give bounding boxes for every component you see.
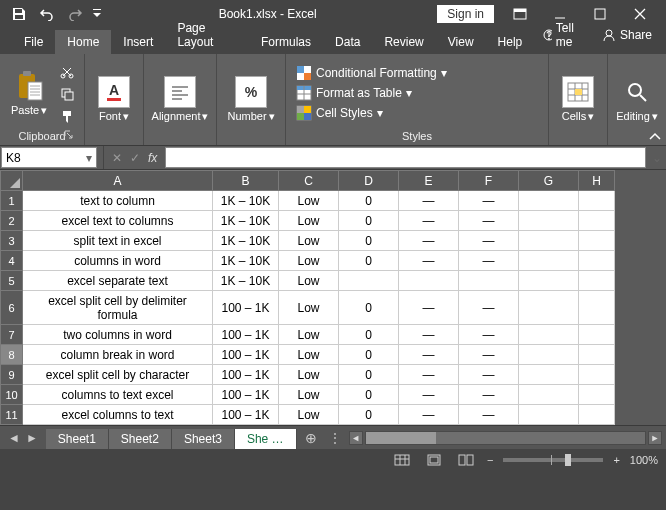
page-layout-view-button[interactable] [423,451,445,469]
cell[interactable]: 100 – 1K [213,325,279,345]
cell[interactable] [579,211,615,231]
cell[interactable]: — [399,385,459,405]
cell[interactable]: — [399,405,459,425]
copy-button[interactable] [56,84,78,104]
sheet-tab-active[interactable]: She … [235,429,297,449]
cell[interactable]: Low [279,345,339,365]
formula-bar[interactable] [165,147,646,168]
cell[interactable] [519,385,579,405]
horizontal-scrollbar[interactable]: ◄ ► [345,431,666,445]
tab-help[interactable]: Help [486,30,535,54]
redo-button[interactable] [62,2,88,26]
cell[interactable] [519,271,579,291]
chevron-down-icon[interactable]: ▾ [86,151,92,165]
cell[interactable] [399,271,459,291]
conditional-formatting-button[interactable]: Conditional Formatting▾ [292,64,451,82]
cell[interactable]: — [459,325,519,345]
tab-page-layout[interactable]: Page Layout [165,16,249,54]
editing-button[interactable]: Editing▾ [614,74,660,125]
row-header[interactable]: 8 [1,345,23,365]
sheet-nav-next-button[interactable]: ► [26,431,38,445]
cell[interactable]: columns in word [23,251,213,271]
tab-home[interactable]: Home [55,30,111,54]
cell[interactable]: — [459,251,519,271]
cell[interactable]: 0 [339,325,399,345]
cell[interactable]: 1K – 10K [213,211,279,231]
page-break-view-button[interactable] [455,451,477,469]
cell[interactable] [519,345,579,365]
row-header[interactable]: 2 [1,211,23,231]
row-header[interactable]: 6 [1,291,23,325]
cell[interactable]: 100 – 1K [213,405,279,425]
column-header[interactable]: E [399,171,459,191]
cell[interactable]: 0 [339,231,399,251]
cell[interactable] [579,191,615,211]
cell[interactable]: — [459,291,519,325]
name-box[interactable]: K8▾ [1,147,97,168]
collapse-ribbon-button[interactable] [648,131,662,143]
cell[interactable]: excel split cell by character [23,365,213,385]
cell[interactable] [519,291,579,325]
cell[interactable]: — [459,191,519,211]
cell[interactable] [519,191,579,211]
row-header[interactable]: 9 [1,365,23,385]
cell[interactable]: 0 [339,345,399,365]
cell[interactable]: excel separate text [23,271,213,291]
cell[interactable]: Low [279,191,339,211]
worksheet-grid[interactable]: A B C D E F G H 1 text to column 1K – 10… [0,170,666,425]
zoom-slider-handle[interactable] [565,454,571,466]
cell[interactable]: Low [279,231,339,251]
sign-in-button[interactable]: Sign in [437,5,494,23]
cell[interactable] [519,251,579,271]
cell[interactable]: Low [279,405,339,425]
share-button[interactable]: Share [594,23,660,47]
cell[interactable]: — [459,385,519,405]
cell[interactable]: Low [279,325,339,345]
row-header[interactable]: 1 [1,191,23,211]
column-header[interactable]: C [279,171,339,191]
alignment-button[interactable]: Alignment▾ [150,74,210,125]
row-header[interactable]: 11 [1,405,23,425]
cell[interactable] [519,211,579,231]
cell[interactable] [519,405,579,425]
cell[interactable]: — [459,211,519,231]
sheet-tab[interactable]: Sheet3 [172,429,235,449]
tab-view[interactable]: View [436,30,486,54]
column-header[interactable]: F [459,171,519,191]
column-header[interactable]: D [339,171,399,191]
cell[interactable]: Low [279,291,339,325]
cell[interactable]: 0 [339,191,399,211]
zoom-in-button[interactable]: + [613,454,619,466]
cell[interactable] [579,291,615,325]
cell[interactable]: Low [279,211,339,231]
format-painter-button[interactable] [56,106,78,126]
cell[interactable]: — [459,231,519,251]
scroll-left-button[interactable]: ◄ [349,431,363,445]
cell[interactable]: 100 – 1K [213,291,279,325]
row-header[interactable]: 7 [1,325,23,345]
cell[interactable] [579,385,615,405]
cell[interactable]: two columns in word [23,325,213,345]
cell[interactable] [459,271,519,291]
cell[interactable]: 1K – 10K [213,271,279,291]
cell[interactable] [579,231,615,251]
row-header[interactable]: 3 [1,231,23,251]
cell[interactable]: 100 – 1K [213,365,279,385]
row-header[interactable]: 4 [1,251,23,271]
cell[interactable] [579,405,615,425]
tab-formulas[interactable]: Formulas [249,30,323,54]
cell[interactable]: — [399,291,459,325]
new-sheet-button[interactable]: ⊕ [297,430,325,446]
scrollbar-track[interactable] [365,431,646,445]
cell[interactable]: — [399,365,459,385]
cell[interactable]: 100 – 1K [213,385,279,405]
select-all-button[interactable] [1,171,23,191]
cell[interactable]: 0 [339,385,399,405]
cell[interactable]: — [399,251,459,271]
cell[interactable]: 0 [339,211,399,231]
sheet-tab[interactable]: Sheet2 [109,429,172,449]
format-as-table-button[interactable]: Format as Table▾ [292,84,451,102]
cell[interactable]: — [399,191,459,211]
cell[interactable] [579,271,615,291]
cancel-formula-button[interactable]: ✕ [112,151,122,165]
